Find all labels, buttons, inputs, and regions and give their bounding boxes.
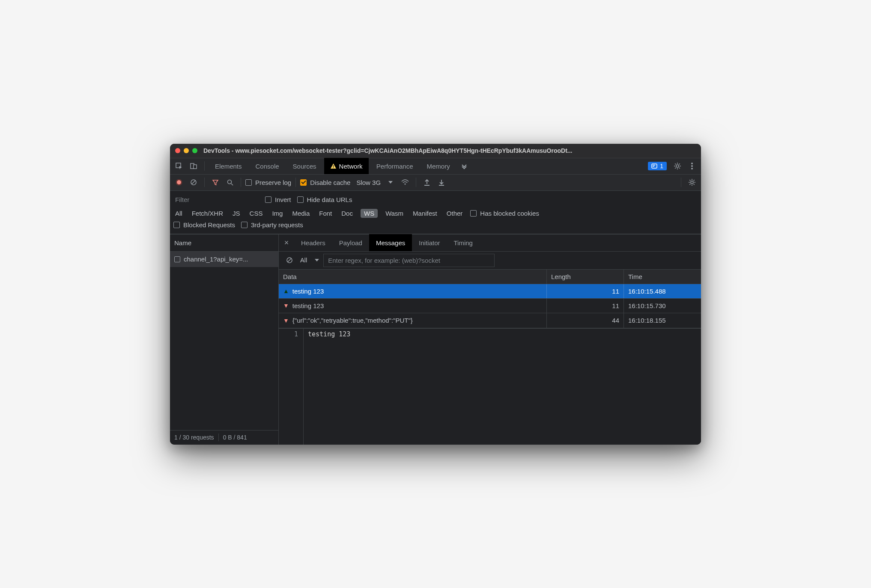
tab-performance[interactable]: Performance xyxy=(370,158,419,174)
svg-line-33 xyxy=(694,184,695,185)
invert-checkbox[interactable]: Invert xyxy=(265,196,291,203)
kebab-menu-icon[interactable] xyxy=(686,160,698,172)
preserve-log-checkbox[interactable]: Preserve log xyxy=(245,179,291,186)
message-time: 16:10:15.730 xyxy=(624,299,701,313)
svg-line-23 xyxy=(231,184,233,185)
svg-line-32 xyxy=(689,180,690,181)
tab-network[interactable]: Network xyxy=(324,158,369,174)
request-detail: × Headers Payload Messages Initiator Tim… xyxy=(279,235,701,445)
download-har-icon[interactable] xyxy=(435,176,448,189)
message-row[interactable]: ▼testing 1231116:10:15.730 xyxy=(279,299,701,313)
message-row[interactable]: ▼{"url":"ok","retryable":true,"method":"… xyxy=(279,313,701,328)
disable-cache-label: Disable cache xyxy=(310,179,350,186)
issues-icon xyxy=(651,163,657,169)
svg-rect-4 xyxy=(333,167,334,168)
line-number: 1 xyxy=(279,329,304,445)
message-length: 11 xyxy=(547,299,624,313)
message-row[interactable]: ▲testing 1231116:10:15.488 xyxy=(279,284,701,299)
divider xyxy=(681,178,681,187)
request-row[interactable]: channel_1?api_key=... xyxy=(170,252,278,267)
svg-point-8 xyxy=(676,165,679,167)
dtab-messages[interactable]: Messages xyxy=(369,234,412,251)
divider xyxy=(295,178,296,187)
chip-fetch-xhr[interactable]: Fetch/XHR xyxy=(190,209,225,218)
chip-wasm[interactable]: Wasm xyxy=(384,209,405,218)
chevron-down-icon xyxy=(388,181,393,184)
message-length: 11 xyxy=(547,284,624,298)
chip-other[interactable]: Other xyxy=(445,209,465,218)
close-detail-icon[interactable]: × xyxy=(279,238,294,247)
dtab-headers[interactable]: Headers xyxy=(294,234,332,251)
chip-doc[interactable]: Doc xyxy=(340,209,355,218)
tab-memory[interactable]: Memory xyxy=(421,158,456,174)
window-controls xyxy=(175,148,197,153)
svg-line-16 xyxy=(679,163,680,164)
svg-rect-2 xyxy=(194,165,197,169)
request-list-header: Name xyxy=(170,235,278,252)
close-window-button[interactable] xyxy=(175,148,180,153)
network-conditions-icon[interactable] xyxy=(399,176,412,189)
dtab-initiator[interactable]: Initiator xyxy=(412,234,447,251)
tab-console[interactable]: Console xyxy=(250,158,285,174)
issues-count: 1 xyxy=(660,163,663,169)
upload-har-icon[interactable] xyxy=(421,176,433,189)
tab-sources[interactable]: Sources xyxy=(287,158,322,174)
clear-messages-icon[interactable] xyxy=(283,254,296,267)
svg-line-15 xyxy=(675,168,676,169)
clear-icon[interactable] xyxy=(187,176,200,189)
chip-js[interactable]: JS xyxy=(231,209,242,218)
record-button[interactable] xyxy=(173,176,185,189)
devtools-window: DevTools - www.piesocket.com/websocket-t… xyxy=(170,144,701,445)
filter-input[interactable] xyxy=(173,193,259,206)
has-blocked-cookies-checkbox[interactable]: Has blocked cookies xyxy=(470,210,539,217)
panel-settings-icon[interactable] xyxy=(686,176,698,189)
svg-rect-3 xyxy=(333,165,334,167)
filter-icon[interactable] xyxy=(209,176,222,189)
tab-elements[interactable]: Elements xyxy=(209,158,248,174)
search-icon[interactable] xyxy=(224,176,236,189)
message-time: 16:10:18.155 xyxy=(624,313,701,328)
device-toolbar-icon[interactable] xyxy=(187,160,200,172)
more-tabs-icon[interactable] xyxy=(458,160,471,172)
messages-toolbar: All xyxy=(279,252,701,270)
disable-cache-checkbox[interactable]: Disable cache xyxy=(300,179,350,186)
throttling-value: Slow 3G xyxy=(356,179,381,186)
throttling-select[interactable]: Slow 3G xyxy=(352,179,397,186)
request-type-icon xyxy=(174,256,180,262)
col-data[interactable]: Data xyxy=(279,270,547,284)
svg-point-19 xyxy=(691,168,693,169)
chip-ws[interactable]: WS xyxy=(361,209,378,218)
svg-line-34 xyxy=(689,184,690,185)
titlebar: DevTools - www.piesocket.com/websocket-t… xyxy=(170,144,701,158)
chip-media[interactable]: Media xyxy=(290,209,311,218)
dtab-payload[interactable]: Payload xyxy=(332,234,369,251)
chip-all[interactable]: All xyxy=(173,209,184,218)
svg-line-21 xyxy=(192,181,195,184)
blocked-requests-checkbox[interactable]: Blocked Requests xyxy=(173,221,235,229)
chip-manifest[interactable]: Manifest xyxy=(411,209,439,218)
messages-regex-input[interactable] xyxy=(323,254,495,267)
chip-css[interactable]: CSS xyxy=(248,209,265,218)
settings-icon[interactable] xyxy=(671,160,684,172)
request-name: channel_1?api_key=... xyxy=(184,255,248,263)
chip-img[interactable]: Img xyxy=(270,209,284,218)
dtab-timing[interactable]: Timing xyxy=(447,234,480,251)
chip-font[interactable]: Font xyxy=(317,209,334,218)
svg-line-37 xyxy=(288,258,291,262)
inspect-element-icon[interactable] xyxy=(173,160,185,172)
col-time[interactable]: Time xyxy=(624,270,701,284)
status-bytes: 0 B / 841 xyxy=(223,434,247,441)
col-length[interactable]: Length xyxy=(547,270,624,284)
main-tabs: Elements Console Sources Network Perform… xyxy=(170,158,701,175)
divider xyxy=(416,178,416,187)
arrow-down-icon: ▼ xyxy=(283,318,289,324)
third-party-checkbox[interactable]: 3rd-party requests xyxy=(241,221,303,229)
message-data: testing 123 xyxy=(292,302,324,309)
minimize-window-button[interactable] xyxy=(184,148,189,153)
issues-badge[interactable]: 1 xyxy=(648,162,667,170)
filter-bar: Invert Hide data URLs AllFetch/XHRJSCSSI… xyxy=(170,191,701,234)
message-length: 44 xyxy=(547,313,624,328)
zoom-window-button[interactable] xyxy=(192,148,197,153)
hide-data-urls-checkbox[interactable]: Hide data URLs xyxy=(297,196,352,203)
messages-filter-select[interactable]: All xyxy=(300,257,319,264)
